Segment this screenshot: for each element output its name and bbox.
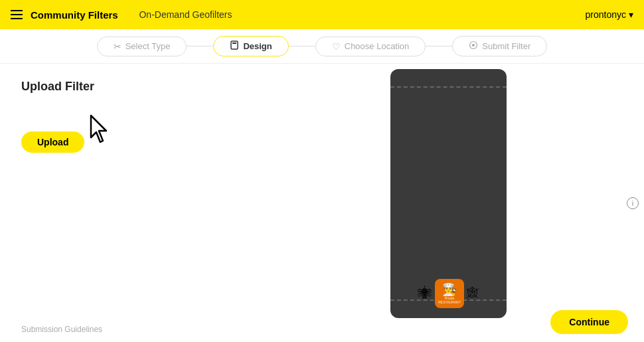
svg-rect-0: [231, 41, 238, 49]
submit-filter-icon: [469, 41, 478, 52]
phone-bottom-content: 🕷 👨‍🍳 Pronto RESTAURANT 🕸: [390, 268, 507, 318]
step-select-type[interactable]: ✂ Select Type: [97, 37, 187, 56]
username-label: prontonyc: [586, 9, 626, 20]
info-icon[interactable]: i: [627, 197, 639, 209]
upload-button[interactable]: Upload: [21, 131, 84, 153]
user-caret-icon: ▾: [629, 9, 633, 20]
steps-bar: ✂ Select Type Design ♡ Choose Location S…: [0, 29, 644, 64]
svg-rect-1: [232, 43, 236, 44]
step-submit-filter[interactable]: Submit Filter: [452, 36, 547, 56]
step-choose-location[interactable]: ♡ Choose Location: [315, 37, 426, 56]
step-connector-3: [426, 46, 452, 46]
svg-point-3: [472, 44, 475, 46]
navbar-left: Community Filters On-Demand Geofilters: [11, 9, 232, 21]
main-content: Upload Filter Upload 🕷 👨‍🍳 Pronto RESTAU…: [0, 64, 644, 342]
spider-right-icon: 🕸: [467, 286, 479, 300]
step-submit-filter-label: Submit Filter: [482, 41, 530, 51]
step-design[interactable]: Design: [213, 36, 288, 56]
upload-title: Upload Filter: [21, 80, 231, 94]
phone-frame: 🕷 👨‍🍳 Pronto RESTAURANT 🕸: [390, 69, 507, 318]
step-design-label: Design: [243, 41, 272, 51]
spider-left-icon: 🕷: [418, 285, 432, 302]
navbar: Community Filters On-Demand Geofilters p…: [0, 0, 644, 29]
nav-title: Community Filters: [31, 9, 118, 21]
step-select-type-label: Select Type: [125, 41, 171, 51]
info-icon-wrapper: i: [627, 197, 639, 209]
user-menu[interactable]: prontonyc ▾: [586, 9, 633, 20]
step-choose-location-label: Choose Location: [345, 41, 410, 51]
choose-location-icon: ♡: [332, 41, 341, 52]
phone-preview-area: 🕷 👨‍🍳 Pronto RESTAURANT 🕸 i: [252, 64, 644, 342]
select-type-icon: ✂: [114, 41, 121, 52]
brand-badge: 👨‍🍳 Pronto RESTAURANT: [435, 279, 464, 308]
continue-button[interactable]: Continue: [550, 310, 628, 334]
nav-link[interactable]: On-Demand Geofilters: [139, 9, 232, 20]
phone-dashed-top: [390, 86, 507, 88]
brand-subtitle: RESTAURANT: [438, 301, 461, 305]
step-connector-1: [187, 46, 213, 46]
nav-divider: [126, 9, 131, 20]
cursor-icon: [88, 112, 114, 145]
submission-guidelines[interactable]: Submission Guidelines: [21, 325, 102, 334]
continue-button-wrapper: Continue: [550, 310, 628, 334]
design-icon: [230, 41, 239, 52]
brand-chef-icon: 👨‍🍳: [442, 282, 457, 297]
left-panel: Upload Filter Upload: [0, 64, 252, 342]
hamburger-icon[interactable]: [11, 10, 23, 19]
step-connector-2: [289, 46, 315, 46]
